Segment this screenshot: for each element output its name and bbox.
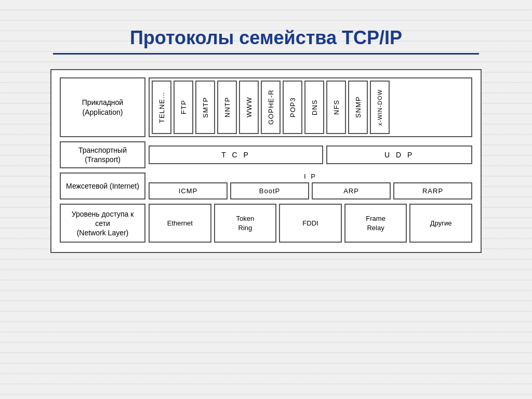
title-underline xyxy=(53,53,479,55)
application-protocols-area: TELNE… FTP SMTP NNTP WWW GOPHE-R POP3 DN… xyxy=(149,77,472,137)
network-layer-label: Уровень доступа к сети(Network Layer) xyxy=(60,204,145,243)
proto-www: WWW xyxy=(239,81,259,134)
internet-protocols-area: I P ICMP BootP ARP RARP xyxy=(149,172,472,200)
internet-layer-row: Межсетевой (Internet) I P ICMP BootP ARP… xyxy=(60,172,472,200)
proto-telnet: TELNE… xyxy=(152,81,171,134)
application-label-text: Прикладной(Application) xyxy=(82,98,123,116)
proto-ftp: FTP xyxy=(174,81,193,134)
proto-udp: U D P xyxy=(326,145,472,164)
proto-pop3: POP3 xyxy=(283,81,302,134)
proto-icmp: ICMP xyxy=(149,182,228,200)
proto-frame-relay: FrameRelay xyxy=(344,204,407,243)
network-protocols-area: Ethernet TokenRing FDDI FrameRelay Други… xyxy=(149,204,472,243)
proto-gopher: GOPHE-R xyxy=(261,81,281,134)
proto-dns: DNS xyxy=(304,81,324,134)
proto-tcp: T C P xyxy=(149,145,323,164)
proto-nntp: NNTP xyxy=(217,81,237,134)
proto-token-ring: TokenRing xyxy=(214,204,277,243)
network-label-text: Уровень доступа к сети(Network Layer) xyxy=(66,209,139,238)
internet-layer-label: Межсетевой (Internet) xyxy=(60,172,145,200)
proto-arp: ARP xyxy=(312,182,391,200)
proto-ethernet: Ethernet xyxy=(149,204,211,243)
slide-title: Протоколы семейства TCP/IP xyxy=(130,27,402,49)
proto-bootp: BootP xyxy=(230,182,309,200)
ip-label: I P xyxy=(149,172,472,181)
network-layer-row: Уровень доступа к сети(Network Layer) Et… xyxy=(60,204,472,243)
proto-nfs: NFS xyxy=(326,81,346,134)
internet-label-text: Межсетевой (Internet) xyxy=(66,181,139,191)
transport-label-text: Транспортный (Transport) xyxy=(66,145,139,164)
proto-fddi: FDDI xyxy=(279,204,342,243)
proto-rarp: RARP xyxy=(393,182,472,200)
slide: Протоколы семейства TCP/IP Прикладной(Ap… xyxy=(0,0,532,399)
application-layer-label: Прикладной(Application) xyxy=(60,77,145,137)
application-layer-row: Прикладной(Application) TELNE… FTP SMTP … xyxy=(60,77,472,137)
internet-sub-protocols: ICMP BootP ARP RARP xyxy=(149,182,472,200)
proto-smtp: SMTP xyxy=(195,81,215,134)
proto-other: Другие xyxy=(409,204,472,243)
transport-protocols-area: T C P U D P xyxy=(149,141,472,168)
diagram: Прикладной(Application) TELNE… FTP SMTP … xyxy=(50,69,482,253)
proto-snmp: SNMP xyxy=(348,81,368,134)
transport-layer-label: Транспортный (Transport) xyxy=(60,141,145,168)
proto-xwindow: x-WIN-DOW xyxy=(370,81,390,134)
transport-layer-row: Транспортный (Transport) T C P U D P xyxy=(60,141,472,168)
